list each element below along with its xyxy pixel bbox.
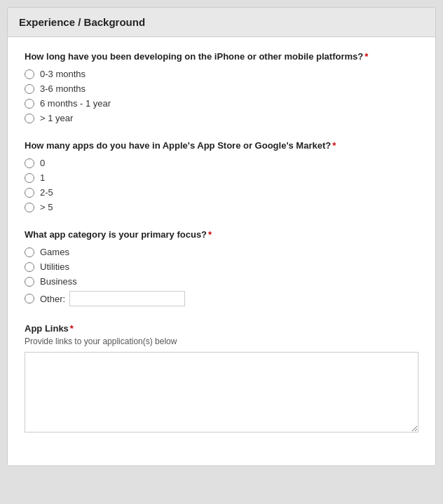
form-body: How long have you been developing on the… [8,37,435,465]
app-links-textarea[interactable] [25,352,418,433]
radio-option-q3-c[interactable]: Business [25,276,418,287]
radio-q2-a[interactable] [25,158,34,168]
radio-label-q1-c[interactable]: 6 months - 1 year [40,98,111,109]
radio-q2-b[interactable] [25,173,34,183]
radio-q3-c[interactable] [25,277,34,287]
app-links-label: App Links* [25,323,418,334]
radio-option-q2-a[interactable]: 0 [25,158,418,168]
radio-label-q1-b[interactable]: 3-6 months [40,83,86,94]
radio-option-q3-d[interactable]: Other: [25,291,418,306]
radio-q3-d[interactable] [25,294,34,304]
radio-option-q2-c[interactable]: 2-5 [25,187,418,198]
radio-q1-b[interactable] [25,84,34,94]
radio-label-q2-a[interactable]: 0 [40,158,45,168]
form-title: Experience / Background [19,16,424,28]
radio-q2-c[interactable] [25,188,34,198]
question-2-block: How many apps do you have in Apple's App… [25,140,418,212]
question-2-label: How many apps do you have in Apple's App… [25,140,418,151]
radio-label-q3-a[interactable]: Games [40,247,69,257]
radio-option-q3-b[interactable]: Utilities [25,261,418,272]
radio-option-q1-d[interactable]: > 1 year [25,113,418,123]
required-star-3: * [208,229,212,240]
form-container: Experience / Background How long have yo… [7,7,436,466]
question-3-label: What app category is your primary focus?… [25,229,418,240]
radio-label-q3-c[interactable]: Business [40,276,77,287]
question-1-block: How long have you been developing on the… [25,51,418,123]
radio-option-q3-a[interactable]: Games [25,247,418,257]
radio-q3-b[interactable] [25,262,34,272]
radio-q1-a[interactable] [25,69,34,79]
question-3-block: What app category is your primary focus?… [25,229,418,306]
radio-q2-d[interactable] [25,203,34,212]
required-star-1: * [364,51,368,62]
radio-option-q2-d[interactable]: > 5 [25,202,418,212]
radio-label-q3-d[interactable]: Other: [40,294,65,304]
radio-q1-d[interactable] [25,114,34,123]
radio-label-q2-d[interactable]: > 5 [40,202,53,212]
radio-option-q1-a[interactable]: 0-3 months [25,69,418,79]
radio-option-q1-b[interactable]: 3-6 months [25,83,418,94]
radio-label-q3-b[interactable]: Utilities [40,261,69,272]
radio-label-q2-c[interactable]: 2-5 [40,187,53,198]
radio-label-q1-d[interactable]: > 1 year [40,113,73,123]
radio-option-q2-b[interactable]: 1 [25,172,418,183]
radio-option-q1-c[interactable]: 6 months - 1 year [25,98,418,109]
app-links-block: App Links* Provide links to your applica… [25,323,418,435]
radio-q3-a[interactable] [25,247,34,257]
radio-label-q1-a[interactable]: 0-3 months [40,69,86,79]
required-star-2: * [332,140,336,151]
form-header: Experience / Background [8,8,435,37]
app-links-sublabel: Provide links to your application(s) bel… [25,336,418,346]
required-star-app-links: * [70,323,74,334]
question-1-label: How long have you been developing on the… [25,51,418,62]
other-text-input[interactable] [69,291,185,306]
radio-label-q2-b[interactable]: 1 [40,172,45,183]
radio-q1-c[interactable] [25,99,34,109]
